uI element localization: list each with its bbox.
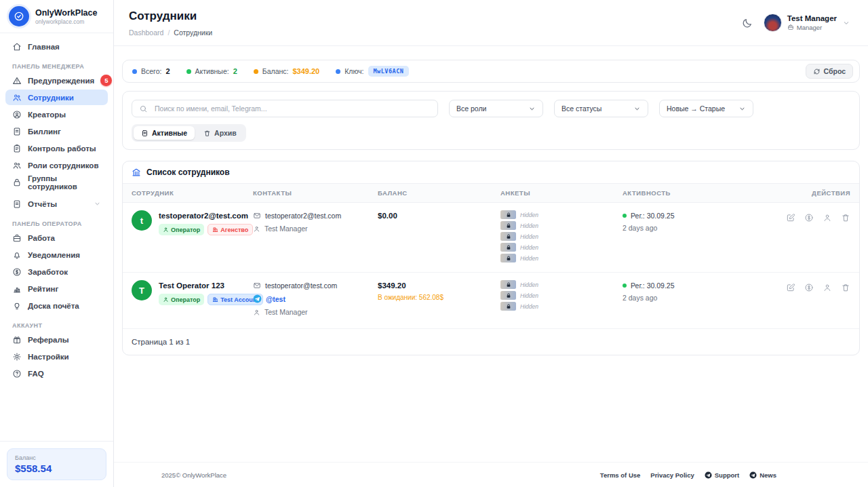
hidden-form-item: Hidden [500, 210, 623, 219]
footer-link-label: Privacy Policy [650, 471, 694, 479]
payout-button[interactable] [804, 213, 814, 222]
sidebar-item-label: Предупреждения [28, 77, 94, 85]
alerts-count-badge: 5 [100, 75, 112, 86]
sidebar-item-label: Отчёты [28, 200, 57, 208]
sidebar-item-label: Доска почёта [28, 302, 79, 310]
filter-row: Все роли Все статусы Новые → Старые [132, 100, 850, 117]
sidebar-item-work[interactable]: Работа [5, 230, 108, 246]
balance-cell: $0.00 [378, 210, 500, 265]
sidebar-item-faq[interactable]: FAQ [5, 366, 108, 381]
sidebar-item-bell[interactable]: Уведомления [5, 247, 108, 262]
search-box [132, 100, 438, 117]
brand-domain: onlyworkplace.com [35, 18, 97, 25]
sidebar-item-roles[interactable]: Роли сотрудников [5, 157, 108, 173]
manager-line: Test Manager [253, 225, 378, 233]
delete-button[interactable] [841, 283, 850, 292]
brand-header[interactable]: OnlyWorkPlace onlyworkplace.com [0, 0, 113, 33]
tab-active-employees[interactable]: Активные [134, 126, 195, 140]
stat-item: Ключ:MwLV6ACN [336, 66, 409, 77]
dark-mode-toggle-moon-icon[interactable] [742, 18, 753, 28]
sidebar-section-label: ПАНЕЛЬ ОПЕРАТОРА [12, 220, 101, 227]
hidden-label: Hidden [520, 255, 538, 262]
balance-label: Баланс [15, 454, 98, 461]
employee-badges: ОператорTest Account [159, 294, 263, 305]
sidebar-item-label: Работа [28, 234, 55, 242]
telegram-handle: @test [266, 295, 285, 303]
stat-dot [254, 69, 258, 74]
page-title: Сотрудники [129, 9, 212, 23]
sidebar-item-settings[interactable]: Настройки [5, 349, 108, 364]
lock-icon [500, 232, 516, 241]
column-header: АНКЕТЫ [500, 189, 623, 197]
tab-archive[interactable]: Архив [196, 126, 244, 140]
breadcrumb-root[interactable]: Dashboard [129, 28, 163, 37]
actions-cell [789, 280, 850, 321]
user-icon [163, 296, 169, 303]
stats-bar: Всего:2Активные:2Баланс:$349.20Ключ:MwLV… [122, 60, 860, 83]
sidebar-item-home[interactable]: Главная [5, 39, 108, 54]
manager-name: Test Manager [264, 308, 308, 316]
sidebar-item-reports[interactable]: Отчёты [5, 196, 108, 212]
role-filter-select[interactable]: Все роли [449, 100, 543, 117]
stat-dot [186, 69, 191, 74]
reset-button[interactable]: Сброс [806, 64, 853, 79]
sidebar-item-control[interactable]: Контроль работы [5, 140, 108, 156]
sidebar-item-warning[interactable]: Предупреждения5 [5, 73, 108, 88]
payout-button[interactable] [804, 283, 814, 292]
search-input[interactable] [153, 104, 431, 113]
sidebar-item-label: Группы сотрудников [28, 174, 101, 191]
sidebar-item-earnings[interactable]: Заработок [5, 264, 108, 279]
briefcase-icon [787, 24, 794, 32]
email-value: testoperator@test.com [265, 281, 337, 290]
page-head: Сотрудники Dashboard/Сотрудники [129, 9, 212, 37]
filters-card: Все роли Все статусы Новые → Старые Акти… [122, 91, 860, 150]
balance-cell: $349.20В ожидании: 562.08$ [378, 280, 500, 321]
sidebar-item-billing[interactable]: Биллинг [5, 123, 108, 139]
sidebar-item-groups[interactable]: Группы сотрудников [5, 174, 108, 190]
sidebar-item-label: Сотрудники [28, 94, 74, 102]
stat-value: 2 [165, 67, 170, 75]
sidebar-item-referrals[interactable]: Рефералы [5, 332, 108, 347]
pending-balance: В ожидании: 562.08$ [378, 294, 500, 301]
last-active: 2 days ago [623, 224, 789, 232]
table-row: TTest Operator 123ОператорTest Accountte… [123, 273, 859, 329]
copyright: 2025© OnlyWorkPlace [161, 471, 226, 479]
sidebar-item-creators[interactable]: Креаторы [5, 106, 108, 122]
edit-button[interactable] [786, 283, 795, 292]
telegram-link[interactable]: @test [253, 294, 378, 303]
user-menu[interactable]: Test Manager Manager [764, 14, 850, 32]
breadcrumb-current: Сотрудники [174, 28, 212, 37]
user-avatar [764, 14, 782, 32]
column-header: БАЛАНС [378, 189, 500, 197]
sidebar-item-employees[interactable]: Сотрудники [5, 90, 108, 105]
employee-name: Test Operator 123 [159, 281, 263, 290]
profile-button[interactable] [823, 283, 832, 292]
profile-button[interactable] [823, 213, 832, 222]
column-header: СОТРУДНИК [132, 189, 253, 197]
sidebar-balance-card: Баланс $558.54 [7, 448, 106, 480]
edit-button[interactable] [786, 213, 795, 222]
stat-dot [132, 69, 137, 74]
footer-link-support[interactable]: Support [705, 471, 739, 479]
mail-icon [253, 212, 261, 220]
registered-date: Рег.: 30.09.25 [631, 281, 675, 290]
activity-status: Рег.: 30.09.25 [623, 212, 789, 220]
breadcrumb-separator: / [167, 28, 170, 37]
chevron-down-icon [94, 200, 101, 208]
status-filter-select[interactable]: Все статусы [554, 100, 648, 117]
sidebar-item-label: Биллинг [28, 128, 61, 136]
app: OnlyWorkPlace onlyworkplace.com ГлавнаяП… [0, 0, 868, 487]
sidebar-item-rating[interactable]: Рейтинг [5, 281, 108, 296]
stat-label: Ключ: [344, 67, 363, 75]
footer-link-privacy-policy[interactable]: Privacy Policy [650, 471, 694, 479]
sidebar-item-honor[interactable]: Доска почёта [5, 298, 108, 313]
footer-links: Terms of UsePrivacy PolicySupportNews [600, 471, 776, 479]
footer-link-terms-of-use[interactable]: Terms of Use [600, 471, 640, 479]
delete-button[interactable] [841, 213, 850, 222]
activity-status: Рег.: 30.09.25 [623, 281, 789, 290]
footer-link-news[interactable]: News [749, 471, 776, 479]
pagination-label: Страница 1 из 1 [123, 329, 859, 355]
sort-select[interactable]: Новые → Старые [659, 100, 753, 117]
api-key-badge[interactable]: MwLV6ACN [368, 66, 410, 77]
sidebar-item-label: Креаторы [28, 111, 66, 119]
